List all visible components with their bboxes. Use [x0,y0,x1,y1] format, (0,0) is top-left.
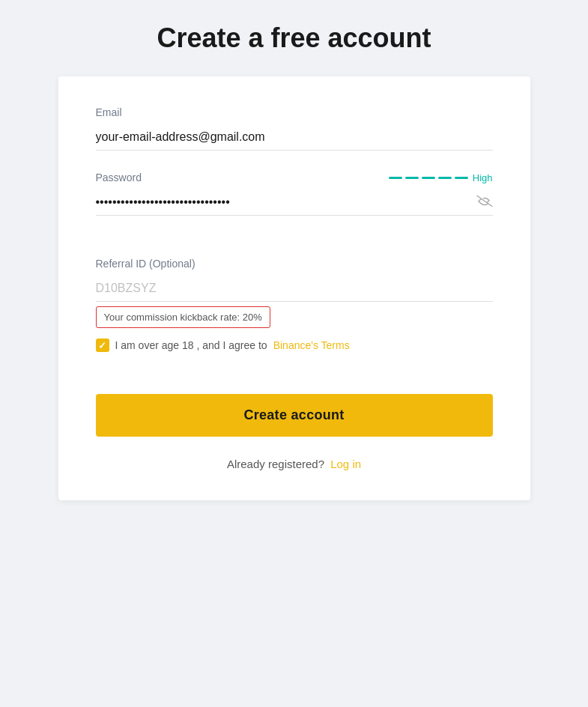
email-input[interactable] [96,124,493,151]
terms-link[interactable]: Binance's Terms [273,339,350,351]
commission-info: Your commission kickback rate: 20% [96,306,270,328]
login-link[interactable]: Log in [330,458,361,470]
strength-dash-5 [455,177,468,179]
referral-label: Referral ID (Optional) [96,258,196,270]
page-title: Create a free account [157,22,431,54]
terms-checkbox[interactable] [96,339,109,352]
password-input[interactable] [96,189,493,216]
strength-dash-2 [405,177,419,179]
email-field-group: Email [96,106,493,151]
login-row: Already registered? Log in [96,458,493,470]
form-card: Email Password High [58,76,530,500]
password-label: Password [96,172,142,183]
referral-field-group: Referral ID (Optional) Your commission k… [96,258,493,352]
password-strength-indicator: High [389,172,493,183]
strength-dash-3 [422,177,435,179]
terms-text: I am over age 18 , and I agree to [115,339,267,351]
toggle-password-icon[interactable] [476,195,493,210]
strength-dash-4 [438,177,452,179]
strength-label: High [473,172,493,183]
strength-dashes [389,177,468,179]
strength-dash-1 [389,177,402,179]
terms-row: I am over age 18 , and I agree to Binanc… [96,339,493,352]
password-field-group: Password High [96,172,493,216]
referral-input[interactable] [96,276,493,302]
already-text: Already registered? [227,458,324,470]
create-account-button[interactable]: Create account [96,394,493,437]
email-label: Email [96,106,122,118]
password-wrapper [96,189,493,216]
